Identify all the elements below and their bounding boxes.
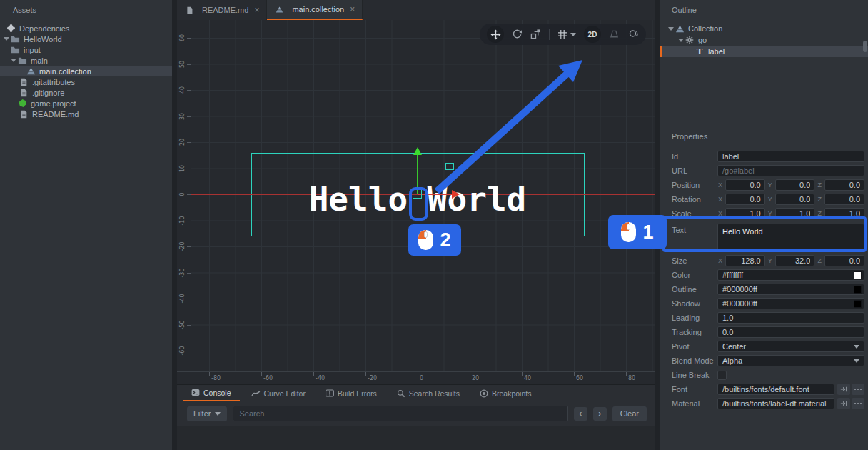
scale-tool-button[interactable]: [530, 29, 541, 41]
asset-item-main-collection[interactable]: main.collection: [0, 66, 172, 76]
outline-field[interactable]: [717, 284, 864, 295]
browse-resource-icon[interactable]: [852, 398, 864, 409]
size-x-field[interactable]: [725, 255, 765, 266]
asset-item-readme[interactable]: README.md: [0, 109, 172, 119]
shadow-swatch[interactable]: [854, 300, 862, 308]
project-icon: [17, 99, 27, 109]
move-gizmo-y-arrow[interactable]: [413, 147, 422, 155]
collection-icon: [26, 66, 36, 76]
color-field[interactable]: [717, 269, 864, 281]
open-resource-icon[interactable]: [837, 398, 850, 409]
asset-item-gitignore[interactable]: .gitignore: [0, 87, 172, 98]
search-icon: [397, 389, 405, 398]
grid-settings-button[interactable]: [557, 29, 576, 39]
perspective-toggle-button[interactable]: [609, 29, 620, 41]
tutorial-step-2-badge: 2: [408, 224, 461, 256]
move-gizmo-x-arrow[interactable]: [452, 190, 460, 199]
next-result-button[interactable]: ›: [593, 407, 607, 421]
color-swatch[interactable]: [854, 271, 862, 279]
mouse-left-click-icon: [418, 230, 433, 250]
console-search-input[interactable]: [233, 406, 567, 421]
asset-item-dependencies[interactable]: Dependencies: [0, 23, 172, 34]
position-x-field[interactable]: [725, 179, 765, 191]
tab-console[interactable]: Console: [183, 385, 240, 401]
tab-breakpoints[interactable]: Breakpoints: [471, 385, 540, 401]
filter-button[interactable]: Filter: [187, 406, 227, 421]
tab-main-collection[interactable]: main.collection ×: [267, 0, 363, 20]
material-field[interactable]: [717, 398, 834, 409]
asset-item-gitattributes[interactable]: .gitattributes: [0, 76, 172, 87]
scrollbar-thumb[interactable]: [863, 41, 867, 52]
tab-curve-editor[interactable]: Curve Editor: [243, 385, 314, 401]
collapse-icon[interactable]: [3, 37, 10, 41]
position-y-field[interactable]: [775, 179, 815, 191]
asset-item-helloworld[interactable]: HelloWorld: [0, 34, 172, 44]
folder-icon: [10, 34, 20, 44]
asset-item-label: main: [31, 56, 48, 65]
size-y-field[interactable]: [775, 255, 815, 266]
collapse-icon[interactable]: [677, 39, 685, 42]
close-icon[interactable]: ×: [254, 5, 259, 15]
tab-search-results[interactable]: Search Results: [388, 385, 468, 401]
shadow-field[interactable]: [717, 298, 864, 309]
prev-result-button[interactable]: ‹: [574, 407, 587, 421]
tab-build-errors[interactable]: Build Errors: [317, 385, 385, 401]
outline-item-label-node[interactable]: T label: [660, 46, 868, 57]
rotation-x-field[interactable]: [725, 194, 765, 205]
editor-tabbar: README.md × main.collection ×: [177, 0, 655, 20]
scale-handle[interactable]: [445, 163, 454, 170]
pivot-dropdown[interactable]: Center: [717, 341, 864, 352]
asset-item-game-project[interactable]: game.project: [0, 98, 172, 109]
tracking-field[interactable]: [717, 326, 864, 338]
browse-resource-icon[interactable]: [852, 384, 864, 395]
leading-field[interactable]: [717, 312, 864, 324]
blend-mode-dropdown[interactable]: Alpha: [717, 355, 864, 366]
collapse-icon[interactable]: [667, 27, 675, 31]
folder-icon: [17, 56, 27, 66]
camera-orbit-button[interactable]: [627, 28, 639, 41]
position-z-field[interactable]: [824, 179, 864, 191]
line-break-checkbox[interactable]: [717, 371, 727, 380]
asset-item-main[interactable]: main: [0, 55, 172, 66]
font-field[interactable]: [717, 384, 834, 395]
outline-swatch[interactable]: [854, 286, 862, 294]
open-resource-icon[interactable]: [837, 384, 850, 395]
tab-label: main.collection: [292, 5, 344, 14]
asset-item-input[interactable]: input: [0, 44, 172, 55]
tutorial-step-1-badge: 1: [608, 215, 667, 249]
chevron-down-icon: [570, 33, 576, 36]
collection-icon: [675, 24, 685, 34]
property-row-shadow: Shadow: [660, 296, 868, 311]
outline-item-go[interactable]: go: [660, 34, 868, 46]
asset-item-label: game.project: [31, 99, 76, 108]
asset-item-label: .gitattributes: [32, 78, 75, 86]
asset-item-label: input: [24, 46, 41, 54]
property-row-outline: Outline: [660, 282, 868, 296]
tab-label: README.md: [202, 6, 248, 14]
property-row-font: Font: [660, 382, 868, 396]
move-tool-button[interactable]: [487, 26, 504, 43]
tab-readme[interactable]: README.md ×: [177, 0, 267, 20]
clear-button[interactable]: Clear: [612, 406, 647, 421]
rotation-y-field[interactable]: [775, 194, 815, 205]
collapse-icon[interactable]: [10, 59, 17, 62]
rotation-z-field[interactable]: [824, 194, 864, 205]
close-icon[interactable]: ×: [350, 4, 355, 14]
console-output[interactable]: [177, 426, 655, 450]
properties-panel: Properties Id URL Position X Y Z Rotatio…: [660, 126, 868, 450]
id-field[interactable]: [717, 151, 864, 162]
asset-item-label: Dependencies: [19, 24, 69, 33]
scene-viewport[interactable]: Hello World 60 50 40 30 20 10 0 -10 -20 …: [177, 20, 655, 384]
outline-panel-title: Outline: [660, 0, 868, 19]
outline-item-collection[interactable]: Collection: [660, 23, 868, 34]
property-row-id: Id: [660, 149, 868, 164]
property-row-color: Color: [660, 268, 868, 282]
camera-mode-button[interactable]: 2D: [584, 26, 601, 43]
file-icon: [184, 5, 194, 15]
step-number: 2: [440, 229, 450, 251]
ruler-corner: [177, 371, 191, 384]
size-z-field[interactable]: [824, 255, 864, 266]
label-icon: T: [695, 46, 705, 56]
console-tabbar: Console Curve Editor Build Errors Search…: [177, 385, 655, 401]
rotate-tool-button[interactable]: [512, 29, 523, 41]
